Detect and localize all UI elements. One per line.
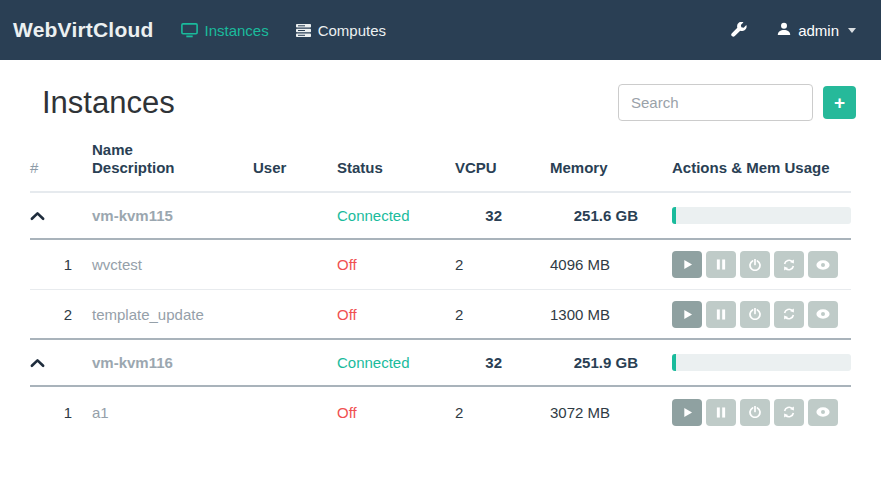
instance-actions	[640, 399, 851, 426]
mem-usage-bar	[672, 207, 851, 224]
refresh-button[interactable]	[774, 301, 804, 328]
col-header-actions: Actions & Mem Usage	[640, 159, 851, 178]
user-menu[interactable]: admin	[777, 22, 856, 39]
pause-icon	[716, 309, 726, 320]
nav-item-instances[interactable]: Instances	[181, 22, 268, 39]
instance-name-link[interactable]: wvctest	[92, 256, 253, 273]
page-title: Instances	[42, 85, 175, 121]
vcpu-value: 2	[455, 256, 550, 273]
play-button[interactable]	[672, 251, 702, 278]
pause-icon	[716, 407, 726, 418]
server-icon	[295, 23, 312, 38]
mem-usage-fill	[672, 207, 676, 224]
pause-button[interactable]	[706, 399, 736, 426]
mem-usage-cell	[640, 354, 851, 371]
table-header-row: # Name Description User Status VCPU Memo…	[30, 137, 851, 193]
col-header-num: #	[30, 159, 92, 178]
play-button[interactable]	[672, 399, 702, 426]
col-header-name-description: Name Description	[92, 141, 253, 179]
status-badge: Connected	[337, 207, 455, 224]
user-name: admin	[798, 22, 839, 39]
power-button[interactable]	[740, 399, 770, 426]
refresh-icon	[783, 259, 795, 271]
vcpu-value: 32	[455, 354, 550, 371]
user-icon	[777, 22, 791, 39]
main-nav: Instances Computes	[181, 22, 386, 39]
caret-down-icon	[848, 28, 856, 33]
play-button[interactable]	[672, 301, 702, 328]
eye-icon	[816, 407, 830, 417]
memory-value: 251.6 GB	[550, 207, 640, 224]
console-eye-button[interactable]	[808, 251, 838, 278]
col-header-vcpu: VCPU	[455, 159, 550, 178]
nav-item-label: Instances	[204, 22, 268, 39]
refresh-button[interactable]	[774, 399, 804, 426]
vcpu-value: 32	[455, 207, 550, 224]
memory-value: 3072 MB	[550, 404, 640, 421]
play-icon	[682, 259, 693, 270]
nav-item-computes[interactable]: Computes	[295, 22, 386, 39]
table-row-host-vm-kvm115: vm-kvm115 Connected 32 251.6 GB	[30, 193, 851, 240]
collapse-toggle[interactable]	[30, 354, 92, 371]
eye-icon	[816, 309, 830, 319]
vcpu-value: 2	[455, 306, 550, 323]
row-index: 1	[30, 256, 92, 273]
table-row-instance-template-update: 2 template_update Off 2 1300 MB	[30, 290, 851, 340]
host-name-link[interactable]: vm-kvm116	[92, 354, 253, 371]
power-button[interactable]	[740, 301, 770, 328]
mem-usage-bar	[672, 354, 851, 371]
row-index: 1	[30, 404, 92, 421]
brand[interactable]: WebVirtCloud	[13, 18, 153, 42]
power-icon	[749, 308, 761, 320]
monitor-icon	[181, 23, 198, 38]
instance-name-link[interactable]: template_update	[92, 306, 253, 323]
status-badge: Off	[337, 404, 455, 421]
instance-actions	[640, 251, 851, 278]
nav-item-label: Computes	[318, 22, 386, 39]
search-input[interactable]	[618, 84, 813, 121]
top-navbar: WebVirtCloud Instances	[0, 0, 881, 60]
status-badge: Connected	[337, 354, 455, 371]
power-icon	[749, 259, 761, 271]
console-eye-button[interactable]	[808, 399, 838, 426]
header-actions: +	[618, 84, 856, 121]
table-row-host-vm-kvm116: vm-kvm116 Connected 32 251.9 GB	[30, 340, 851, 387]
memory-value: 1300 MB	[550, 306, 640, 323]
status-badge: Off	[337, 306, 455, 323]
play-icon	[682, 309, 693, 320]
pause-button[interactable]	[706, 251, 736, 278]
mem-usage-fill	[672, 354, 676, 371]
plus-icon: +	[834, 93, 845, 112]
add-instance-button[interactable]: +	[823, 86, 856, 119]
wrench-icon[interactable]	[731, 22, 747, 38]
instance-actions	[640, 301, 851, 328]
refresh-icon	[783, 308, 795, 320]
instances-table: # Name Description User Status VCPU Memo…	[30, 137, 851, 437]
page-header: Instances +	[0, 60, 881, 121]
memory-value: 4096 MB	[550, 256, 640, 273]
navbar-right: admin	[731, 22, 856, 39]
col-header-status: Status	[337, 159, 455, 178]
memory-value: 251.9 GB	[550, 354, 640, 371]
eye-icon	[816, 260, 830, 270]
play-icon	[682, 407, 693, 418]
chevron-up-icon	[30, 207, 45, 224]
row-index: 2	[30, 306, 92, 323]
status-badge: Off	[337, 256, 455, 273]
console-eye-button[interactable]	[808, 301, 838, 328]
power-button[interactable]	[740, 251, 770, 278]
pause-icon	[716, 259, 726, 270]
host-name-link[interactable]: vm-kvm115	[92, 207, 253, 224]
collapse-toggle[interactable]	[30, 207, 92, 224]
table-row-instance-wvctest: 1 wvctest Off 2 4096 MB	[30, 240, 851, 290]
chevron-up-icon	[30, 354, 45, 371]
col-header-user: User	[253, 159, 337, 178]
pause-button[interactable]	[706, 301, 736, 328]
mem-usage-cell	[640, 207, 851, 224]
col-header-memory: Memory	[550, 159, 640, 178]
refresh-button[interactable]	[774, 251, 804, 278]
vcpu-value: 2	[455, 404, 550, 421]
refresh-icon	[783, 406, 795, 418]
instance-name-link[interactable]: a1	[92, 404, 253, 421]
table-row-instance-a1: 1 a1 Off 2 3072 MB	[30, 387, 851, 437]
